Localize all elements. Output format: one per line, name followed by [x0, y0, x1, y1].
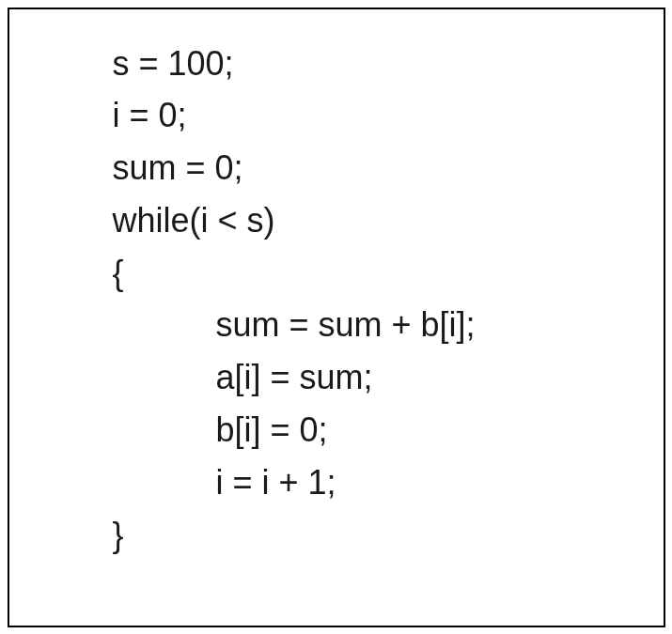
code-line-2: i = 0; — [113, 89, 664, 142]
code-line-5: { — [113, 247, 664, 300]
code-line-6: sum = sum + b[i]; — [113, 299, 664, 351]
code-line-1: s = 100; — [113, 38, 664, 90]
code-line-10: } — [113, 509, 664, 562]
code-line-8: b[i] = 0; — [113, 404, 664, 456]
code-line-4: while(i < s) — [113, 194, 664, 247]
code-block: s = 100; i = 0; sum = 0; while(i < s) { … — [8, 8, 665, 627]
code-line-9: i = i + 1; — [113, 456, 664, 509]
code-line-3: sum = 0; — [113, 142, 664, 194]
code-line-7: a[i] = sum; — [113, 351, 664, 404]
